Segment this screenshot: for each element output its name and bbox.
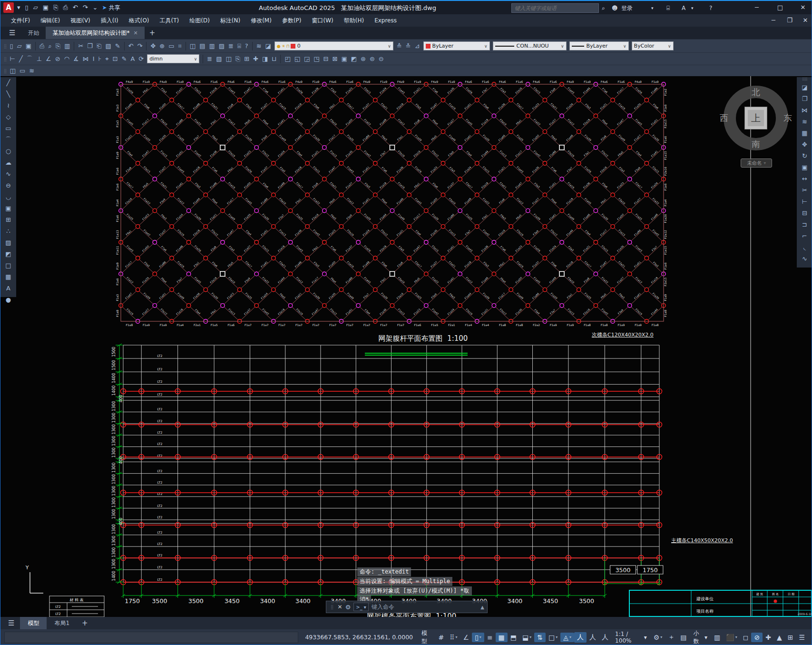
menu-item[interactable]: 文件(F) — [6, 14, 35, 27]
hamburger-menu-icon[interactable]: ☰ — [3, 29, 21, 37]
toolbar-icon[interactable]: ▧ — [103, 40, 113, 52]
status-toggle[interactable]: ⊞ — [785, 633, 796, 642]
toolbar-icon[interactable]: ⌗ — [176, 40, 184, 52]
status-toggle[interactable]: ▯▾ — [472, 633, 484, 642]
toolbar-icon[interactable]: ▯ — [8, 40, 15, 52]
status-toggle[interactable]: ⬛▾ — [723, 633, 740, 642]
dimension-tool-icon[interactable]: ⟳ — [137, 53, 146, 65]
draw-tool-icon[interactable]: ╲ — [7, 89, 10, 100]
modify-tool-icon[interactable]: ≋ — [802, 116, 807, 128]
status-toggle[interactable]: ▥ — [711, 633, 723, 642]
draw-tool-icon[interactable]: ≀ — [7, 100, 10, 111]
toolbar-icon[interactable]: ▨ — [217, 40, 226, 52]
toolbar-icon[interactable]: ◪ — [264, 40, 273, 52]
viewcube-south[interactable]: 南 — [752, 139, 760, 150]
status-toggle[interactable]: ☰ — [796, 633, 808, 642]
wrench-icon[interactable]: ⚙ — [345, 604, 351, 611]
modify-tool-icon[interactable]: ⊢ — [802, 196, 807, 208]
toolbar-icon[interactable]: ⊔ — [270, 53, 278, 65]
toolbar-icon[interactable]: ? — [243, 40, 250, 52]
toolbar-icon[interactable]: ≋ — [27, 65, 36, 77]
menu-item[interactable]: 编辑(E) — [36, 14, 65, 27]
save-as-icon[interactable]: ⎘ — [51, 1, 60, 14]
annotation-scale-button[interactable]: 1:1 / 100%▾ — [612, 631, 650, 644]
draw-tool-icon[interactable]: ● — [6, 294, 11, 306]
toolbar-grip[interactable]: ⣿ — [4, 57, 7, 61]
toolbar-icon[interactable]: ◫ — [188, 40, 197, 52]
toolbar-icon[interactable]: ✂ — [76, 40, 85, 52]
toolbar-icon[interactable]: ⊞ — [242, 53, 251, 65]
toolbar-icon[interactable]: ⌸ — [235, 40, 243, 52]
units-button[interactable]: 小数▾ — [691, 629, 711, 645]
toolbar-icon[interactable]: ❐ — [85, 40, 95, 52]
linetype-combo[interactable]: CON...NUOU ∨ — [493, 41, 567, 50]
history-up-icon[interactable]: ▲ — [480, 605, 484, 610]
toolbar-icon[interactable]: ◱ — [293, 53, 302, 65]
toolbar-icon[interactable]: ◰ — [283, 53, 292, 65]
menu-item[interactable]: 格式(O) — [124, 14, 154, 27]
command-dock[interactable] — [4, 632, 298, 643]
toolbar-icon[interactable]: ≣ — [226, 40, 235, 52]
draw-tool-icon[interactable]: ○ — [6, 146, 11, 157]
status-toggle[interactable]: ⠿▾ — [447, 633, 460, 642]
draw-tool-icon[interactable]: ⌒ — [5, 134, 11, 146]
toolbar-icon[interactable]: ⌕ — [46, 40, 53, 52]
open-file-icon[interactable]: ▱ — [31, 1, 40, 14]
new-tab-button[interactable]: + — [145, 29, 160, 37]
toolbar-icon[interactable]: ◩ — [349, 53, 359, 65]
toolbar-icon[interactable]: ⊜ — [368, 53, 377, 65]
draw-tool-icon[interactable]: ⊞ — [6, 214, 11, 226]
toolbar-icon[interactable]: ⊠ — [330, 53, 339, 65]
toolbar-icon[interactable]: ▣ — [339, 53, 349, 65]
draw-tool-icon[interactable]: ▨ — [5, 237, 11, 248]
viewcube-face[interactable]: 上 — [744, 107, 767, 129]
cart-icon[interactable]: ⌸ — [666, 1, 670, 15]
viewcube-north[interactable]: 北 — [752, 87, 760, 98]
ucs-selector-button[interactable]: 未命名▿ — [741, 159, 772, 168]
search-icon[interactable]: ⌕ — [602, 1, 605, 15]
doc-minimize-button[interactable]: ─ — [766, 14, 781, 27]
draw-tool-icon[interactable]: ▭ — [5, 123, 11, 134]
toolbar-icon[interactable]: ✎ — [113, 40, 122, 52]
doc-close-button[interactable]: ✕ — [798, 14, 812, 27]
dimension-tool-icon[interactable]: ✎ — [120, 53, 129, 65]
draw-tool-icon[interactable]: A — [6, 283, 10, 294]
modify-tool-icon[interactable]: ❐ — [802, 93, 808, 105]
command-prompt[interactable]: 键入命令 — [372, 603, 478, 611]
toolbar-icon[interactable]: ▥ — [62, 40, 72, 52]
help-icon[interactable]: ? — [709, 1, 712, 15]
layer-tool-icon[interactable]: ≛ — [404, 40, 413, 52]
model-space-indicator[interactable]: 模型 — [419, 629, 435, 645]
toolbar-icon[interactable]: ◳ — [312, 53, 321, 65]
dimension-tool-icon[interactable]: ⋈ — [81, 53, 91, 65]
autocad-logo-icon[interactable]: A — [3, 2, 14, 13]
a-dropdown-icon[interactable]: ▾ — [691, 1, 694, 15]
modify-tool-icon[interactable]: ∿ — [802, 253, 807, 265]
toolbar-icon[interactable]: ≋ — [254, 40, 264, 52]
toolbar-icon[interactable]: ✥ — [148, 40, 157, 52]
draw-tool-icon[interactable]: ▦ — [5, 271, 11, 283]
tab-start[interactable]: 开始 — [21, 27, 46, 39]
menu-item[interactable]: 标注(N) — [215, 14, 245, 27]
layout-tab-layout1[interactable]: 布局1 — [47, 617, 77, 629]
status-toggle[interactable]: ⚙▾ — [651, 633, 665, 642]
draw-tool-icon[interactable]: ◩ — [5, 248, 11, 260]
lineweight-combo[interactable]: ByLayer ∨ — [569, 41, 629, 50]
toolbar-icon[interactable]: ⊛ — [359, 53, 368, 65]
command-line-bar[interactable]: ⣿ ✕ ⚙ >_ ▾ 键入命令 ▲ — [326, 601, 488, 613]
user-icon[interactable]: ☻ — [612, 1, 618, 15]
status-toggle[interactable]: ◬▾ — [560, 633, 574, 642]
close-button[interactable]: ✕ — [796, 1, 810, 14]
doc-restore-button[interactable]: ❐ — [783, 14, 797, 27]
close-icon[interactable]: ✕ — [338, 604, 342, 610]
toolbar-icon[interactable]: ⎗ — [95, 40, 103, 52]
menu-item[interactable]: 工具(T) — [155, 14, 184, 27]
toolbar-icon[interactable]: ⎘ — [54, 40, 62, 52]
dimension-tool-icon[interactable]: ⊥ — [35, 53, 44, 65]
maximize-button[interactable]: □ — [773, 1, 787, 14]
draw-tool-icon[interactable]: ╱ — [7, 77, 10, 89]
command-bar-grip[interactable]: ⣿ — [331, 605, 333, 609]
toolbar-icon[interactable]: ▧ — [214, 53, 224, 65]
status-toggle[interactable]: # — [436, 633, 447, 642]
color-combo[interactable]: ByLayer ∨ — [423, 41, 490, 50]
